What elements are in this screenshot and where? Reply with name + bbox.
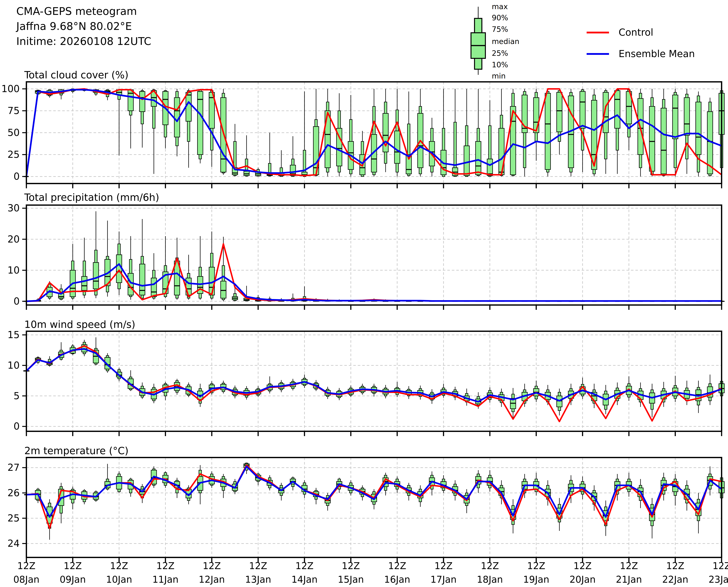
svg-text:12Z: 12Z <box>481 561 499 571</box>
svg-text:12Z: 12Z <box>666 561 684 571</box>
svg-text:21Jan: 21Jan <box>616 574 642 585</box>
svg-text:12Z: 12Z <box>203 561 221 571</box>
svg-text:09Jan: 09Jan <box>60 574 86 585</box>
svg-text:08Jan: 08Jan <box>13 574 39 585</box>
svg-text:26: 26 <box>7 487 20 498</box>
svg-text:20Jan: 20Jan <box>569 574 596 585</box>
svg-text:19Jan: 19Jan <box>523 574 549 585</box>
svg-text:12Z: 12Z <box>573 561 592 571</box>
svg-text:12Z: 12Z <box>156 561 175 571</box>
svg-text:12Z: 12Z <box>342 561 360 571</box>
svg-text:30: 30 <box>7 203 20 214</box>
panel-0: 0255075100 <box>1 82 724 188</box>
svg-text:27: 27 <box>7 462 20 473</box>
svg-text:12Z: 12Z <box>110 561 128 571</box>
svg-text:5: 5 <box>14 390 20 401</box>
svg-text:0: 0 <box>14 421 20 432</box>
svg-text:22Jan: 22Jan <box>662 574 688 585</box>
svg-text:25: 25 <box>7 513 20 524</box>
svg-text:12Z: 12Z <box>527 561 545 571</box>
svg-text:0: 0 <box>14 171 20 182</box>
svg-text:10Jan: 10Jan <box>106 574 132 585</box>
svg-text:16Jan: 16Jan <box>384 574 410 585</box>
svg-text:20: 20 <box>7 234 20 245</box>
x-axis-labels: 12Z08Jan12Z09Jan12Z10Jan12Z11Jan12Z12Jan… <box>13 561 728 585</box>
svg-text:12Z: 12Z <box>388 561 406 571</box>
panel-1: 0102030 <box>7 203 724 310</box>
svg-text:24: 24 <box>7 538 20 549</box>
svg-text:18Jan: 18Jan <box>477 574 503 585</box>
svg-text:100: 100 <box>1 83 20 94</box>
svg-text:17Jan: 17Jan <box>431 574 457 585</box>
meteogram-page: CMA-GEPS meteogram Jaffna 9.68°N 80.02°E… <box>0 0 728 587</box>
svg-text:12Z: 12Z <box>620 561 638 571</box>
panel-3: 24252627 <box>7 457 724 562</box>
svg-text:15Jan: 15Jan <box>338 574 364 585</box>
svg-text:10: 10 <box>7 264 20 276</box>
meteogram-chart-canvas: 025507510001020300510152425262712Z08Jan1… <box>0 0 728 587</box>
svg-text:12Z: 12Z <box>64 561 82 571</box>
svg-text:12Z: 12Z <box>17 561 36 571</box>
svg-text:75: 75 <box>7 105 20 116</box>
panel-2: 051015 <box>7 329 724 436</box>
svg-text:12Z: 12Z <box>295 561 314 571</box>
svg-text:13Jan: 13Jan <box>245 574 271 585</box>
svg-text:14Jan: 14Jan <box>291 574 317 585</box>
svg-text:0: 0 <box>14 296 20 307</box>
svg-text:12Z: 12Z <box>249 561 267 571</box>
svg-text:12Jan: 12Jan <box>199 574 225 585</box>
svg-text:50: 50 <box>7 127 20 138</box>
svg-text:10: 10 <box>7 360 20 371</box>
svg-text:11Jan: 11Jan <box>153 574 179 585</box>
svg-text:23Jan: 23Jan <box>708 574 728 585</box>
svg-text:12Z: 12Z <box>434 561 453 571</box>
svg-text:25: 25 <box>7 149 20 160</box>
svg-text:15: 15 <box>7 329 20 341</box>
svg-text:12Z: 12Z <box>712 561 728 571</box>
